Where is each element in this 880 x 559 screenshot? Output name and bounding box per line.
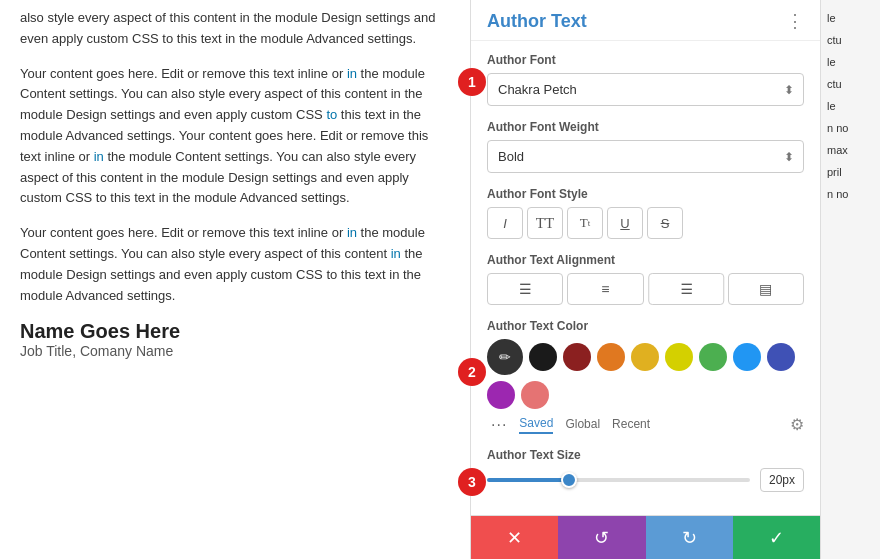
undo-button[interactable]: ↺ [558, 516, 645, 559]
color-more-button[interactable]: ··· [491, 416, 507, 434]
swatch-yellow-orange[interactable] [631, 343, 659, 371]
save-button[interactable]: ✓ [733, 516, 820, 559]
underline-button[interactable]: U [607, 207, 643, 239]
strip-item-1: le [821, 8, 880, 28]
bottom-toolbar: ✕ ↺ ↻ ✓ [471, 515, 820, 559]
size-group: Author Text Size [487, 448, 804, 492]
align-center-button[interactable]: ≡ [567, 273, 643, 305]
settings-area: Author Font Chakra Petch Arial Georgia A… [471, 41, 820, 515]
alignment-buttons: ☰ ≡ ☰ ▤ [487, 273, 804, 305]
badge-2: 2 [458, 358, 486, 386]
font-label: Author Font [487, 53, 804, 67]
swatch-darkred[interactable] [563, 343, 591, 371]
panel-title: Author Text [487, 11, 587, 32]
color-label: Author Text Color [487, 319, 804, 333]
size-row [487, 468, 804, 492]
italic-button[interactable]: I [487, 207, 523, 239]
font-weight-group: Author Font Weight Bold Normal Light [487, 120, 804, 173]
swatch-yellow[interactable] [665, 343, 693, 371]
swatch-purple[interactable] [487, 381, 515, 409]
color-tabs-row: ··· Saved Global Recent ⚙ [487, 415, 804, 434]
content-area: also style every aspect of this content … [0, 0, 470, 559]
panel-menu-icon[interactable]: ⋮ [786, 10, 804, 32]
font-style-buttons: I TT Tt U S [487, 207, 804, 239]
redo-button[interactable]: ↻ [646, 516, 733, 559]
font-weight-label: Author Font Weight [487, 120, 804, 134]
font-weight-select-wrapper: Bold Normal Light [487, 140, 804, 173]
strip-item-5: le [821, 96, 880, 116]
badge-3: 3 [458, 468, 486, 496]
swatch-light-red[interactable] [521, 381, 549, 409]
swatch-blue[interactable] [733, 343, 761, 371]
badge-1: 1 [458, 68, 486, 96]
cancel-button[interactable]: ✕ [471, 516, 558, 559]
strip-item-2: ctu [821, 30, 880, 50]
font-style-group: Author Font Style I TT Tt U S [487, 187, 804, 239]
color-tab-global[interactable]: Global [565, 417, 600, 433]
content-paragraph-1: also style every aspect of this content … [20, 8, 450, 50]
swatch-black[interactable] [529, 343, 557, 371]
swatch-indigo[interactable] [767, 343, 795, 371]
color-picker-row: ✏ [487, 339, 804, 409]
color-group: Author Text Color ✏ ··· Saved Global [487, 319, 804, 434]
content-paragraph-2: Your content goes here. Edit or remove t… [20, 64, 450, 210]
strip-item-7: max [821, 140, 880, 160]
save-icon: ✓ [769, 527, 784, 549]
font-select[interactable]: Chakra Petch Arial Georgia [487, 73, 804, 106]
alignment-label: Author Text Alignment [487, 253, 804, 267]
pencil-icon: ✏ [499, 349, 511, 365]
cancel-icon: ✕ [507, 527, 522, 549]
align-left-button[interactable]: ☰ [487, 273, 563, 305]
swatch-orange[interactable] [597, 343, 625, 371]
undo-icon: ↺ [594, 527, 609, 549]
align-right-button[interactable]: ☰ [648, 273, 724, 305]
font-weight-select[interactable]: Bold Normal Light [487, 140, 804, 173]
swatch-green[interactable] [699, 343, 727, 371]
author-name: Name Goes Here [20, 320, 450, 343]
size-input[interactable] [760, 468, 804, 492]
color-settings-icon[interactable]: ⚙ [790, 415, 804, 434]
size-slider[interactable] [487, 478, 750, 482]
color-picker-button[interactable]: ✏ [487, 339, 523, 375]
strip-item-6: n no [821, 118, 880, 138]
align-justify-button[interactable]: ▤ [728, 273, 804, 305]
alignment-group: Author Text Alignment ☰ ≡ ☰ ▤ [487, 253, 804, 305]
author-title: Job Title, Comany Name [20, 343, 450, 359]
strip-item-8: pril [821, 162, 880, 182]
panel-header: Author Text ⋮ [471, 0, 820, 41]
strip-item-9: n no [821, 184, 880, 204]
strikethrough-button[interactable]: S [647, 207, 683, 239]
right-strip: le ctu le ctu le n no max pril n no [820, 0, 880, 559]
font-group: Author Font Chakra Petch Arial Georgia [487, 53, 804, 106]
font-select-wrapper: Chakra Petch Arial Georgia [487, 73, 804, 106]
tt-small-button[interactable]: Tt [567, 207, 603, 239]
content-paragraph-3: Your content goes here. Edit or remove t… [20, 223, 450, 306]
size-label: Author Text Size [487, 448, 804, 462]
font-style-label: Author Font Style [487, 187, 804, 201]
strip-item-4: ctu [821, 74, 880, 94]
color-tab-recent[interactable]: Recent [612, 417, 650, 433]
color-tab-saved[interactable]: Saved [519, 416, 553, 434]
strip-item-3: le [821, 52, 880, 72]
tt-button[interactable]: TT [527, 207, 563, 239]
settings-panel: Author Text ⋮ Author Font Chakra Petch A… [470, 0, 820, 559]
redo-icon: ↻ [682, 527, 697, 549]
